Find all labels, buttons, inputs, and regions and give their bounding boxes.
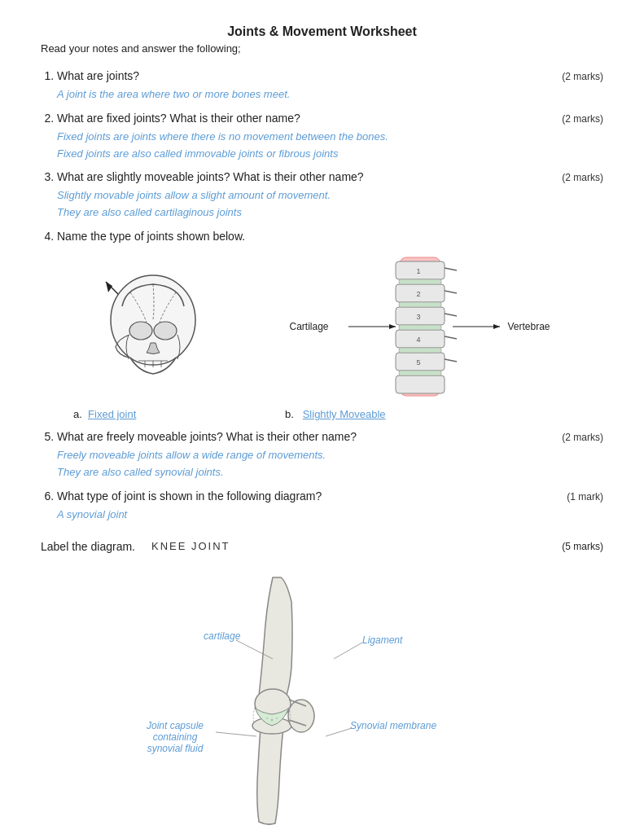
svg-point-4 (154, 322, 177, 340)
skull-diagram (57, 261, 236, 392)
q6-text: What type of joint is shown in the follo… (57, 488, 559, 505)
q6-answer: A synovial joint (57, 507, 603, 524)
spine-diagram: Cartilage Vertebrae (236, 253, 603, 400)
svg-text:5: 5 (416, 358, 420, 367)
svg-rect-21 (399, 302, 441, 307)
subtitle: Read your notes and answer the following… (41, 42, 603, 55)
page-title: Joints & Movement Worksheet (41, 24, 603, 39)
q5-text: What are freely moveable joints? What is… (57, 428, 554, 446)
label-diagram-intro: Label the diagram. (41, 540, 135, 553)
svg-rect-24 (399, 371, 441, 375)
question-4: Name the type of joints shown below. (57, 228, 603, 423)
svg-point-36 (276, 718, 278, 719)
svg-rect-19 (396, 375, 445, 393)
svg-rect-20 (399, 279, 441, 284)
question-2: What are fixed joints? What is their oth… (57, 110, 603, 163)
question-6: What type of joint is shown in the follo… (57, 488, 603, 524)
q3-answer: Slightly movable joints allow a slight a… (57, 187, 603, 222)
svg-rect-22 (399, 325, 441, 330)
q5-marks: (2 marks) (562, 428, 603, 445)
spine-svg: 1 2 3 4 5 (379, 253, 461, 400)
diagram-labels: a. Fixed joint b. Slightly Moveable (57, 406, 603, 423)
diagrams-row: Cartilage Vertebrae (57, 253, 603, 400)
q6-marks: (1 mark) (567, 488, 603, 504)
svg-rect-23 (399, 348, 441, 353)
q1-text: What are joints? (57, 68, 554, 85)
vertebrae-label: Vertebrae (507, 319, 550, 334)
q1-answer: A joint is the area where two or more bo… (57, 86, 603, 103)
knee-joint-capsule-label: Joint capsulecontainingsynovial fluid (147, 720, 204, 754)
svg-marker-1 (106, 282, 112, 292)
q4-text: Name the type of joints shown below. (57, 228, 595, 245)
knee-marks: (5 marks) (562, 541, 603, 552)
knee-section: Label the diagram. KNEE JOINT (5 marks) (41, 540, 603, 834)
label-a-text: Fixed joint (88, 408, 136, 420)
q2-marks: (2 marks) (562, 110, 603, 126)
label-b-text: Slightly Moveable (303, 408, 386, 420)
question-5: What are freely moveable joints? What is… (57, 428, 603, 481)
q5-answer: Freely moveable joints allow a wide rang… (57, 447, 603, 481)
skull-svg (81, 261, 212, 392)
q2-text: What are fixed joints? What is their oth… (57, 110, 554, 127)
questions-list: What are joints? (2 marks) A joint is th… (41, 68, 603, 524)
q1-marks: (2 marks) (562, 68, 603, 84)
svg-point-3 (129, 322, 152, 340)
question-3: What are slightly moveable joints? What … (57, 169, 603, 222)
label-b: b. Slightly Moveable (252, 406, 603, 423)
svg-text:3: 3 (416, 313, 420, 321)
q2-answer: Fixed joints are joints where there is n… (57, 129, 603, 163)
knee-svg (147, 569, 472, 830)
knee-diagram-wrap: cartilage Ligament Joint capsulecontaini… (41, 561, 603, 834)
knee-ligament-label: Ligament (362, 634, 402, 646)
svg-marker-12 (493, 324, 500, 329)
svg-text:2: 2 (416, 290, 420, 298)
svg-point-37 (266, 718, 268, 719)
label-a: a. Fixed joint (73, 406, 252, 423)
knee-synovial-label: Synovial membrane (350, 720, 436, 731)
svg-point-35 (271, 718, 274, 721)
q3-marks: (2 marks) (562, 169, 603, 185)
knee-title-row: Label the diagram. KNEE JOINT (5 marks) (41, 540, 603, 553)
q3-text: What are slightly moveable joints? What … (57, 169, 554, 186)
svg-text:1: 1 (416, 267, 420, 275)
knee-cartilage-label: cartilage (204, 630, 240, 642)
question-1: What are joints? (2 marks) A joint is th… (57, 68, 603, 103)
svg-text:4: 4 (416, 336, 420, 344)
knee-joint-title: KNEE JOINT (151, 540, 230, 552)
cartilage-label: Cartilage (290, 319, 329, 334)
